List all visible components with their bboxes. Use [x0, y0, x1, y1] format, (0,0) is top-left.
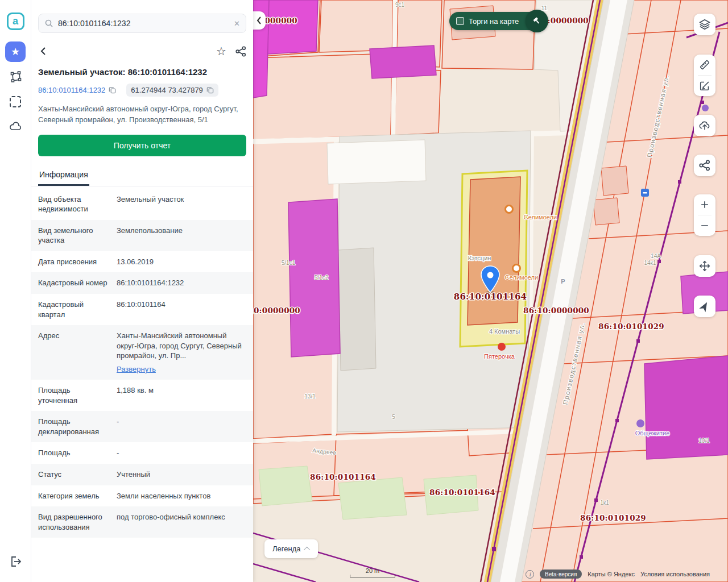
auction-toggle-label: Торги на карте: [469, 17, 519, 26]
search-input[interactable]: [58, 19, 229, 28]
info-table: Вид объекта недвижимостиЗемельный участо…: [31, 189, 253, 538]
back-button[interactable]: [38, 45, 49, 57]
row-label: Площадь декларированная: [38, 417, 111, 436]
pyaterochka-icon: [498, 343, 506, 351]
row-value: -: [117, 448, 246, 458]
share-icon: [699, 160, 710, 171]
cadastral-number-chip[interactable]: 86:10:0101164:1232: [38, 84, 121, 97]
polygon-edit-icon: [9, 70, 22, 84]
layers-button[interactable]: [694, 14, 715, 35]
map-controls: [694, 14, 715, 317]
beta-badge: Beta-версия: [540, 569, 582, 579]
page-title: Земельный участок: 86:10:0101164:1232: [38, 67, 246, 77]
table-row: Вид земельного участкаЗемлепользование: [31, 220, 253, 251]
panel-header: ☆: [38, 44, 246, 58]
svg-text:5/1с1: 5/1с1: [282, 260, 296, 266]
svg-text:9с1: 9с1: [395, 2, 405, 8]
row-value: Ханты-Мансийский автономный округ-Югра, …: [117, 331, 246, 374]
favorites-button[interactable]: ★: [5, 41, 26, 62]
svg-text:86:10:0101029: 86:10:0101029: [580, 513, 646, 522]
table-row: АдресХанты-Мансийский автономный округ-Ю…: [31, 325, 253, 380]
scale-label: 20 m: [366, 567, 379, 574]
zoom-out-button[interactable]: [694, 215, 715, 236]
star-outline-icon: ☆: [216, 44, 226, 58]
svg-text:14к1: 14к1: [644, 260, 656, 266]
locate-button[interactable]: [694, 296, 715, 317]
favorite-object-button[interactable]: ☆: [216, 44, 226, 58]
layers-icon: [698, 18, 711, 31]
icon-rail: a ★: [0, 0, 31, 582]
get-report-button[interactable]: Получить отчет: [38, 135, 246, 156]
zoom-in-button[interactable]: [694, 194, 715, 215]
svg-text:1к1: 1к1: [600, 500, 609, 506]
search-icon: [44, 19, 53, 28]
checkbox[interactable]: [456, 17, 464, 25]
row-value: -: [117, 417, 246, 436]
coordinates-text: 61.274944 73.427879: [131, 86, 203, 94]
upload-button[interactable]: [694, 115, 715, 136]
auction-toggle[interactable]: Торги на карте: [449, 12, 544, 30]
table-row: Категория земельЗемли населенных пунктов: [31, 485, 253, 507]
svg-text:Общежитие: Общежитие: [635, 430, 670, 436]
logout-button[interactable]: [5, 551, 26, 572]
svg-text:Р: Р: [561, 278, 565, 285]
row-label: Вид объекта недвижимости: [38, 194, 111, 214]
selection-tool-button[interactable]: [5, 92, 26, 112]
coordinates-chip[interactable]: 61.274944 73.427879: [126, 84, 218, 97]
svg-text:11: 11: [541, 5, 548, 11]
row-value: 86:10:0101164:1232: [117, 278, 246, 288]
dashed-square-icon: [10, 96, 21, 107]
row-value: 86:10:0101164: [117, 300, 246, 319]
app-window: a ★ ✕ ☆ Земельный участок: [0, 0, 728, 582]
info-icon[interactable]: i: [526, 570, 534, 579]
chevron-left-icon: [38, 45, 49, 57]
map-canvas[interactable]: 86:10:0000000 86:10:0000000 86:10:010116…: [253, 0, 728, 582]
row-label: Дата присвоения: [38, 257, 111, 267]
row-value: Земельный участок: [117, 194, 246, 214]
copy-icon[interactable]: [206, 86, 214, 94]
info-panel: ✕ ☆ Земельный участок: 86:10:0101164:123…: [31, 0, 253, 582]
row-label: Адрес: [38, 331, 111, 374]
edit-icon: [698, 80, 711, 92]
area-tool-button[interactable]: [5, 66, 26, 87]
copyright-text[interactable]: Карты © Яндекс: [588, 571, 635, 577]
row-label: Вид разрешенного использования: [38, 512, 111, 532]
share-icon: [235, 46, 246, 57]
share-object-button[interactable]: [235, 46, 246, 57]
object-address: Ханты-Мансийский автономный округ-Югра, …: [38, 104, 246, 126]
ruler-icon: [698, 59, 711, 71]
share-map-button[interactable]: [694, 155, 715, 176]
hammer-icon: [532, 16, 541, 26]
legend-label: Легенда: [272, 544, 300, 553]
svg-text:13/1: 13/1: [304, 393, 316, 400]
scale-bar: 20 m: [350, 567, 395, 577]
tabs-bar: Информация: [31, 167, 253, 186]
row-value: 1,188 кв. м: [117, 385, 246, 405]
row-label: Кадастровый квартал: [38, 300, 111, 319]
table-row: Площадь-: [31, 442, 253, 464]
svg-text:10/1: 10/1: [698, 438, 710, 444]
location-arrow-icon: [698, 300, 711, 313]
star-icon: ★: [11, 45, 20, 58]
row-value: Землепользование: [117, 226, 246, 246]
table-row: Кадастровый номер86:10:0101164:1232: [31, 272, 253, 294]
svg-text:5/1с2: 5/1с2: [315, 275, 329, 281]
poi-orange-icon: [506, 206, 513, 213]
tab-information[interactable]: Информация: [38, 167, 89, 186]
row-value: под торгово-офисный комплекс: [117, 512, 246, 532]
draw-button[interactable]: [694, 76, 715, 96]
minus-icon: [699, 220, 710, 231]
svg-text:Селимоели: Селимоели: [505, 274, 538, 281]
cloud-button[interactable]: [5, 117, 26, 137]
legend-button[interactable]: Легенда: [264, 539, 318, 558]
ruler-button[interactable]: [694, 55, 715, 75]
terms-link[interactable]: Условия использования: [640, 571, 710, 577]
clear-search-button[interactable]: ✕: [234, 19, 240, 28]
copy-icon[interactable]: [109, 86, 116, 94]
svg-text:86:10:0101164: 86:10:0101164: [310, 472, 376, 481]
row-value: 13.06.2019: [117, 257, 246, 267]
expand-address-link[interactable]: Развернуть: [117, 364, 246, 375]
collapse-panel-button[interactable]: [253, 11, 266, 30]
pan-button[interactable]: [694, 255, 715, 277]
app-logo[interactable]: a: [7, 13, 24, 30]
